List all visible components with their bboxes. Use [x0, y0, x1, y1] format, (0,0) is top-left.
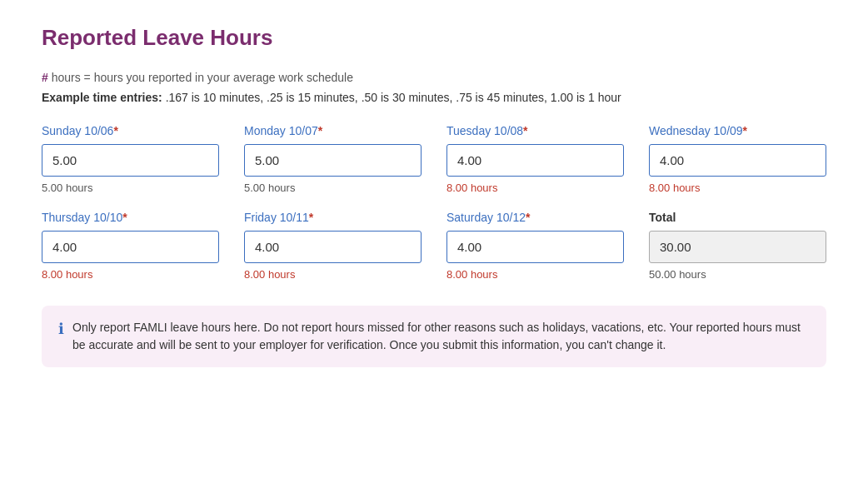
label-wednesday: Wednesday 10/09* [649, 124, 826, 137]
input-friday[interactable] [244, 231, 422, 263]
notice-text: Only report FAMLI leave hours here. Do n… [72, 319, 810, 354]
input-tuesday[interactable] [446, 144, 624, 177]
field-group-total: Total50.00 hours [649, 211, 826, 281]
label-tuesday: Tuesday 10/08* [446, 124, 624, 137]
info-icon: ℹ [58, 320, 64, 338]
info-description: # hours = hours you reported in your ave… [42, 71, 826, 84]
fields-grid: Sunday 10/06*5.00 hoursMonday 10/07*5.00… [42, 124, 826, 281]
hash-symbol: # [42, 71, 48, 84]
notice-box: ℹ Only report FAMLI leave hours here. Do… [42, 306, 826, 367]
info-text: hours = hours you reported in your avera… [52, 71, 353, 84]
required-asterisk: * [122, 211, 127, 224]
required-asterisk: * [309, 211, 313, 224]
hours-label-total: 50.00 hours [649, 268, 826, 281]
field-group-sunday: Sunday 10/06*5.00 hours [42, 124, 219, 194]
field-group-tuesday: Tuesday 10/08*8.00 hours [446, 124, 624, 194]
label-total: Total [649, 211, 826, 224]
field-group-wednesday: Wednesday 10/09*8.00 hours [649, 124, 826, 194]
input-monday[interactable] [244, 144, 422, 177]
field-group-saturday: Saturday 10/12*8.00 hours [446, 211, 624, 281]
input-total [649, 231, 826, 263]
field-group-monday: Monday 10/07*5.00 hours [244, 124, 422, 194]
hours-label-wednesday: 8.00 hours [649, 182, 826, 194]
input-saturday[interactable] [446, 231, 624, 263]
required-asterisk: * [743, 124, 747, 137]
label-sunday: Sunday 10/06* [42, 124, 219, 137]
required-asterisk: * [523, 124, 527, 137]
required-asterisk: * [318, 124, 322, 137]
hours-label-sunday: 5.00 hours [42, 182, 219, 194]
label-friday: Friday 10/11* [244, 211, 422, 224]
input-thursday[interactable] [42, 231, 219, 263]
page-title: Reported Leave Hours [42, 25, 826, 51]
label-saturday: Saturday 10/12* [446, 211, 624, 224]
required-asterisk: * [113, 124, 117, 137]
hours-label-tuesday: 8.00 hours [446, 182, 624, 194]
field-group-friday: Friday 10/11*8.00 hours [244, 211, 422, 281]
required-asterisk: * [526, 211, 530, 224]
hours-label-friday: 8.00 hours [244, 268, 422, 281]
example-text: .167 is 10 minutes, .25 is 15 minutes, .… [166, 91, 621, 104]
example-label: Example time entries: [42, 91, 162, 104]
example-line: Example time entries: .167 is 10 minutes… [42, 91, 826, 104]
input-sunday[interactable] [42, 144, 219, 177]
hours-label-thursday: 8.00 hours [42, 268, 219, 281]
label-thursday: Thursday 10/10* [42, 211, 219, 224]
input-wednesday[interactable] [649, 144, 826, 177]
field-group-thursday: Thursday 10/10*8.00 hours [42, 211, 219, 281]
hours-label-monday: 5.00 hours [244, 182, 422, 194]
hours-label-saturday: 8.00 hours [446, 268, 624, 281]
label-monday: Monday 10/07* [244, 124, 422, 137]
